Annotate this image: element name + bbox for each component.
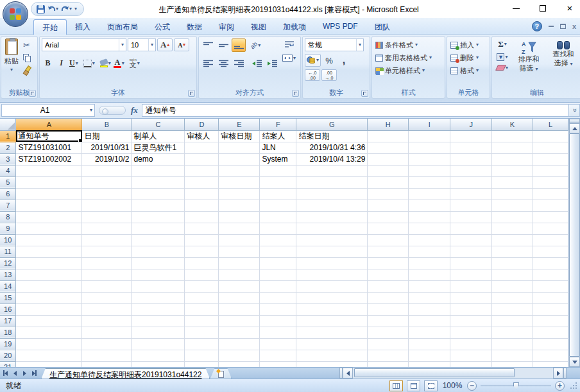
- bold-button[interactable]: B: [42, 56, 54, 70]
- qat-customize-button[interactable]: ▾: [74, 3, 77, 15]
- cell-I14[interactable]: [409, 280, 450, 292]
- scroll-up-button[interactable]: [569, 123, 580, 133]
- page-layout-view-button[interactable]: [407, 380, 420, 391]
- cell-G16[interactable]: [296, 303, 368, 315]
- scroll-down-button[interactable]: [569, 357, 580, 367]
- cell-F17[interactable]: [260, 315, 296, 327]
- cell-B2[interactable]: 2019/10/31: [82, 142, 132, 153]
- row-header-21[interactable]: 21: [0, 361, 16, 367]
- zoom-in-button[interactable]: +: [555, 381, 565, 391]
- cell-H19[interactable]: [368, 338, 409, 350]
- cell-I17[interactable]: [409, 315, 450, 327]
- clear-button[interactable]: ▾: [494, 64, 511, 71]
- fill-button[interactable]: ▼▾: [494, 53, 511, 62]
- cell-H5[interactable]: [368, 176, 409, 188]
- cell-B19[interactable]: [82, 338, 132, 350]
- tab-page-layout[interactable]: 页面布局: [99, 19, 146, 35]
- font-size-select[interactable]: 10 ▾: [128, 38, 156, 51]
- cell-A5[interactable]: [16, 176, 82, 188]
- cell-A6[interactable]: [16, 188, 82, 200]
- cell-D11[interactable]: [185, 246, 219, 257]
- row-header-20[interactable]: 20: [0, 350, 16, 361]
- cell-K2[interactable]: [492, 142, 533, 153]
- cell-A8[interactable]: [16, 211, 82, 223]
- cell-I8[interactable]: [409, 211, 450, 223]
- decrease-indent-button[interactable]: [250, 56, 264, 70]
- cell-D21[interactable]: [185, 361, 219, 367]
- cell-E12[interactable]: [219, 257, 260, 269]
- column-header-I[interactable]: I: [409, 119, 450, 130]
- cell-B13[interactable]: [82, 269, 132, 280]
- clipboard-dialog-launcher[interactable]: [29, 90, 36, 97]
- column-header-H[interactable]: H: [368, 119, 409, 130]
- cell-L20[interactable]: [533, 350, 568, 361]
- italic-button[interactable]: I: [55, 56, 67, 70]
- cell-F4[interactable]: [260, 165, 296, 176]
- column-header-J[interactable]: J: [450, 119, 492, 130]
- cell-C4[interactable]: [132, 165, 185, 176]
- column-header-F[interactable]: F: [260, 119, 296, 130]
- cell-D1[interactable]: 审核人: [185, 130, 219, 142]
- cell-D4[interactable]: [185, 165, 219, 176]
- cell-I12[interactable]: [409, 257, 450, 269]
- cell-I11[interactable]: [409, 246, 450, 257]
- row-header-17[interactable]: 17: [0, 315, 16, 327]
- cell-H17[interactable]: [368, 315, 409, 327]
- merge-center-button[interactable]: ▾: [282, 54, 296, 62]
- cell-F5[interactable]: [260, 176, 296, 188]
- cell-I13[interactable]: [409, 269, 450, 280]
- cell-L17[interactable]: [533, 315, 568, 327]
- cell-L19[interactable]: [533, 338, 568, 350]
- vertical-scroll-thumb[interactable]: [569, 133, 580, 357]
- cell-J4[interactable]: [450, 165, 492, 176]
- row-header-10[interactable]: 10: [0, 234, 16, 246]
- cell-C8[interactable]: [132, 211, 185, 223]
- cell-E13[interactable]: [219, 269, 260, 280]
- cell-K3[interactable]: [492, 153, 533, 165]
- cell-L18[interactable]: [533, 327, 568, 338]
- cell-F18[interactable]: [260, 327, 296, 338]
- cell-G4[interactable]: [296, 165, 368, 176]
- font-color-button[interactable]: A ▾: [113, 56, 125, 70]
- row-header-7[interactable]: 7: [0, 200, 16, 211]
- cell-C2[interactable]: 巨灵鸟软件1: [132, 142, 185, 153]
- cell-I2[interactable]: [409, 142, 450, 153]
- cell-B14[interactable]: [82, 280, 132, 292]
- cell-F7[interactable]: [260, 200, 296, 211]
- cell-H7[interactable]: [368, 200, 409, 211]
- cell-C7[interactable]: [132, 200, 185, 211]
- row-header-11[interactable]: 11: [0, 246, 16, 257]
- cell-C19[interactable]: [132, 338, 185, 350]
- cell-A14[interactable]: [16, 280, 82, 292]
- first-sheet-button[interactable]: [1, 369, 10, 377]
- orientation-button[interactable]: ab ▾: [250, 38, 261, 52]
- cell-L15[interactable]: [533, 292, 568, 303]
- previous-sheet-button[interactable]: [11, 369, 19, 377]
- cell-B21[interactable]: [82, 361, 132, 367]
- cell-K11[interactable]: [492, 246, 533, 257]
- font-name-select[interactable]: Arial ▾: [42, 38, 126, 51]
- cell-B15[interactable]: [82, 292, 132, 303]
- workbook-close-button[interactable]: x: [572, 22, 576, 30]
- cell-K4[interactable]: [492, 165, 533, 176]
- cell-F15[interactable]: [260, 292, 296, 303]
- cell-B8[interactable]: [82, 211, 132, 223]
- alignment-dialog-launcher[interactable]: [292, 90, 299, 97]
- cell-A17[interactable]: [16, 315, 82, 327]
- tab-home[interactable]: 开始: [33, 19, 67, 35]
- cell-L8[interactable]: [533, 211, 568, 223]
- row-header-13[interactable]: 13: [0, 269, 16, 280]
- insert-worksheet-button[interactable]: [210, 368, 232, 379]
- cell-E3[interactable]: [219, 153, 260, 165]
- comma-style-button[interactable]: ,: [337, 54, 350, 67]
- cell-F2[interactable]: JLN: [260, 142, 296, 153]
- cell-H11[interactable]: [368, 246, 409, 257]
- cell-E11[interactable]: [219, 246, 260, 257]
- cell-L2[interactable]: [533, 142, 568, 153]
- cell-B16[interactable]: [82, 303, 132, 315]
- cell-L13[interactable]: [533, 269, 568, 280]
- cell-J1[interactable]: [450, 130, 492, 142]
- underline-button[interactable]: U ▾: [69, 56, 79, 70]
- cell-E10[interactable]: [219, 234, 260, 246]
- cell-E21[interactable]: [219, 361, 260, 367]
